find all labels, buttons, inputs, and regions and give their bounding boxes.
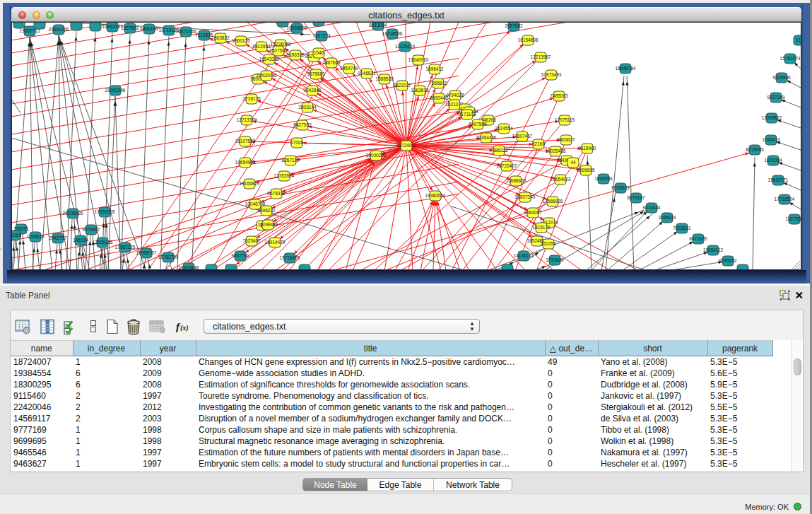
svg-text:(x): (x) <box>180 324 189 332</box>
